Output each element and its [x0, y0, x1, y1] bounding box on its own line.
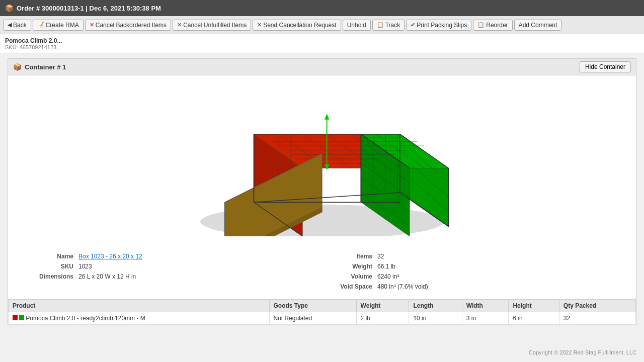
goods-type-cell: Not Regulated [269, 312, 356, 325]
send-cancellation-button[interactable]: ✕ Send Cancellation Request [253, 20, 341, 31]
cancel-unfulfilled-icon: ✕ [177, 22, 182, 28]
details-left: Name Box 1023 - 26 x 20 x 12 SKU 1023 Di… [23, 251, 322, 292]
detail-void-space-row: Void Space 480 in³ (7.6% void) [322, 282, 621, 292]
toolbar: ◀ Back 📝 Create RMA ✕ Cancel Backordered… [0, 16, 644, 34]
volume-value: 6240 in³ [377, 273, 399, 280]
detail-name-row: Name Box 1023 - 26 x 20 x 12 [23, 251, 322, 261]
items-value: 32 [377, 253, 384, 260]
cancel-backordered-button[interactable]: ✕ Cancel Backordered Items [85, 20, 171, 31]
reorder-icon: 📋 [477, 22, 485, 28]
unhold-button[interactable]: Unhold [343, 20, 371, 31]
box-name-link[interactable]: Box 1023 - 26 x 20 x 12 [78, 253, 142, 260]
print-icon: ✔ [411, 22, 415, 28]
weight-value: 66.1 lb [377, 263, 395, 270]
container-icon: 📦 [13, 63, 22, 71]
send-cancel-icon: ✕ [257, 22, 262, 28]
viz-area [8, 75, 636, 246]
detail-volume-row: Volume 6240 in³ [322, 272, 621, 282]
length-cell: 10 in [409, 312, 462, 325]
print-packing-button[interactable]: ✔ Print Packing Slips [406, 20, 471, 31]
subheader: Pomoca Climb 2.0... SKU: 465789214123... [0, 34, 644, 53]
details-right: Items 32 Weight 66.1 lb Volume 6240 in³ … [322, 251, 621, 292]
back-icon: ◀ [8, 22, 12, 28]
product-cell: Pomoca Climb 2.0 - ready2climb 120mm - M [9, 312, 270, 325]
order-icon: 📦 [5, 4, 14, 12]
main-content: 📦 Container # 1 Hide Container [0, 53, 644, 335]
weight-cell: 2 lb [356, 312, 409, 325]
products-table: Product Goods Type Weight Length Width H… [8, 299, 636, 325]
detail-weight-row: Weight 66.1 lb [322, 261, 621, 272]
void-space-value: 480 in³ (7.6% void) [377, 283, 428, 290]
color-red [13, 315, 18, 320]
detail-dimensions-row: Dimensions 26 L x 20 W x 12 H in [23, 272, 322, 282]
back-button[interactable]: ◀ Back [3, 20, 31, 31]
sku-text: SKU: 465789214123... [5, 44, 639, 50]
detail-items-row: Items 32 [322, 251, 621, 261]
container-panel: 📦 Container # 1 Hide Container [8, 58, 636, 325]
track-icon: 📋 [377, 22, 384, 28]
container-title: 📦 Container # 1 [13, 63, 66, 71]
container-header: 📦 Container # 1 Hide Container [8, 59, 636, 75]
col-height: Height [509, 300, 559, 312]
col-product: Product [9, 300, 270, 312]
col-qty-packed: Qty Packed [559, 300, 635, 312]
svg-marker-47 [325, 114, 330, 120]
track-button[interactable]: 📋 Track [372, 20, 405, 31]
col-weight: Weight [356, 300, 409, 312]
table-row: Pomoca Climb 2.0 - ready2climb 120mm - M… [9, 312, 636, 325]
sku-value: 1023 [78, 263, 92, 270]
add-comment-button[interactable]: Add Comment [514, 20, 562, 31]
width-cell: 3 in [462, 312, 509, 325]
product-name: Pomoca Climb 2.0... [5, 37, 639, 44]
container-title-text: Container # 1 [25, 63, 66, 71]
container-details: Name Box 1023 - 26 x 20 x 12 SKU 1023 Di… [8, 246, 636, 299]
col-width: Width [462, 300, 509, 312]
copyright-text: Copyright © 2022 Red Stag Fulfillment, L… [529, 349, 636, 355]
col-goods-type: Goods Type [269, 300, 356, 312]
cancel-backordered-icon: ✕ [90, 22, 94, 28]
height-cell: 6 in [509, 312, 559, 325]
detail-sku-row: SKU 1023 [23, 261, 322, 272]
cancel-unfulfilled-button[interactable]: ✕ Cancel Unfulfilled Items [173, 20, 251, 31]
order-title: Order # 3000001313-1 | Dec 6, 2021 5:30:… [17, 5, 161, 12]
reorder-button[interactable]: 📋 Reorder [473, 20, 512, 31]
col-length: Length [409, 300, 462, 312]
footer: Copyright © 2022 Red Stag Fulfillment, L… [0, 345, 644, 359]
color-green [19, 315, 24, 320]
header-bar: 📦 Order # 3000001313-1 | Dec 6, 2021 5:3… [0, 0, 644, 16]
rma-icon: 📝 [37, 22, 44, 28]
dimensions-value: 26 L x 20 W x 12 H in [78, 273, 136, 280]
box-visualization [171, 85, 473, 236]
create-rma-button[interactable]: 📝 Create RMA [33, 20, 84, 31]
hide-container-button[interactable]: Hide Container [580, 61, 631, 72]
qty-packed-cell: 32 [559, 312, 635, 325]
product-color-indicator [13, 315, 24, 320]
